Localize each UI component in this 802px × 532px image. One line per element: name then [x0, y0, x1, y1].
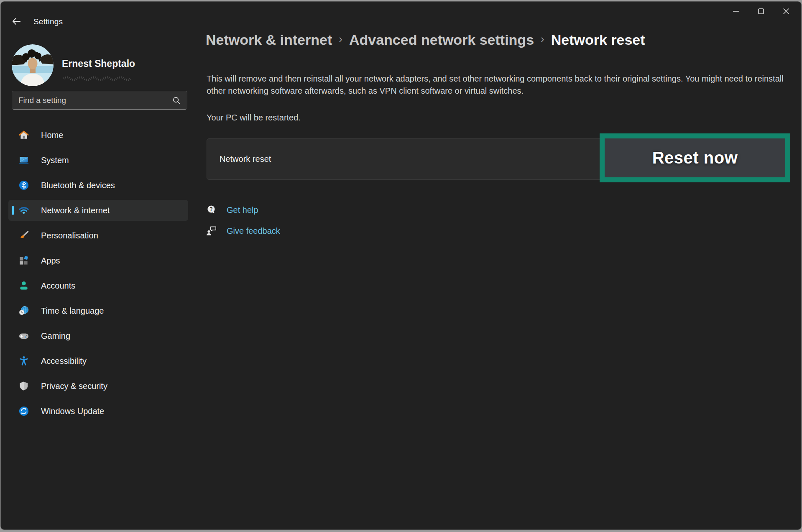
get-help-icon [206, 204, 217, 216]
search-input[interactable] [12, 96, 172, 105]
sidebar-item-label: Bluetooth & devices [41, 181, 115, 190]
sidebar-item-label: Accounts [41, 281, 75, 291]
help-link-label: Give feedback [227, 226, 280, 236]
sidebar-item-personalisation[interactable]: Personalisation [8, 225, 188, 246]
sidebar-nav: Home System Bluetooth & devices Network … [8, 125, 188, 426]
sidebar-item-windows-update[interactable]: Windows Update [8, 401, 188, 422]
minimize-button[interactable] [723, 3, 748, 20]
restart-note: Your PC will be restarted. [207, 113, 301, 123]
breadcrumb: Network & internet›Advanced network sett… [206, 32, 645, 48]
selected-indicator-pill [12, 206, 14, 215]
sidebar-item-privacy-security[interactable]: Privacy & security [8, 376, 188, 396]
system-icon [18, 155, 29, 166]
breadcrumb-item-2[interactable]: Advanced network settings [349, 32, 534, 48]
sidebar-item-label: Apps [41, 256, 60, 266]
profile-email-redacted [63, 75, 138, 82]
page-description: This will remove and then reinstall all … [207, 73, 792, 97]
back-button[interactable] [8, 13, 24, 29]
breadcrumb-separator: › [541, 33, 544, 46]
breadcrumb-item-1[interactable]: Network & internet [206, 32, 332, 48]
sidebar-item-bluetooth-devices[interactable]: Bluetooth & devices [8, 175, 188, 196]
minimize-icon [731, 7, 741, 16]
network-reset-label: Network reset [220, 154, 271, 164]
sidebar-item-system[interactable]: System [8, 150, 188, 171]
network-icon [18, 205, 29, 216]
maximize-button[interactable] [748, 3, 774, 20]
avatar [12, 44, 54, 86]
sidebar-item-label: Gaming [41, 331, 70, 341]
breadcrumb-separator: › [339, 33, 342, 46]
user-profile[interactable]: Ernest Sheptalo [12, 44, 187, 90]
sidebar-item-accounts[interactable]: Accounts [8, 275, 188, 296]
sidebar-item-time-language[interactable]: Time & language [8, 300, 188, 321]
apps-icon [18, 255, 29, 266]
breadcrumb-item-3: Network reset [551, 32, 645, 48]
close-icon [782, 7, 791, 16]
search-icon[interactable] [172, 96, 181, 105]
sidebar-item-label: Network & internet [41, 206, 110, 215]
sidebar-item-label: Windows Update [41, 407, 104, 416]
sidebar-item-label: Privacy & security [41, 381, 107, 391]
give-feedback-link[interactable]: Give feedback [206, 224, 280, 238]
maximize-icon [756, 7, 766, 16]
back-arrow-icon [11, 16, 22, 27]
sidebar-item-accessibility[interactable]: Accessibility [8, 350, 188, 371]
time-language-icon [18, 305, 29, 316]
settings-window: Settings [1, 2, 801, 529]
close-button[interactable] [774, 3, 799, 20]
privacy-icon [18, 381, 29, 391]
sidebar-item-home[interactable]: Home [8, 125, 188, 146]
sidebar-item-label: Personalisation [41, 231, 98, 240]
gaming-icon [18, 330, 29, 341]
windows-update-icon [18, 406, 29, 417]
give-feedback-icon [206, 225, 217, 237]
sidebar-item-label: Accessibility [41, 356, 87, 366]
help-link-label: Get help [227, 205, 258, 215]
personalisation-icon [18, 230, 29, 241]
window-controls [723, 3, 799, 20]
sidebar-item-label: Home [41, 130, 63, 140]
sidebar-item-apps[interactable]: Apps [8, 250, 188, 271]
accounts-icon [18, 280, 29, 291]
search-box [12, 91, 187, 110]
profile-name: Ernest Sheptalo [62, 58, 135, 69]
annotation-highlight-box: Reset now [600, 133, 790, 182]
accessibility-icon [18, 356, 29, 366]
sidebar-item-network-internet[interactable]: Network & internet [8, 200, 188, 221]
help-links: Get help Give feedback [206, 203, 280, 245]
sidebar-item-label: Time & language [41, 306, 104, 316]
get-help-link[interactable]: Get help [206, 203, 280, 217]
home-icon [18, 130, 29, 141]
sidebar-item-label: System [41, 156, 69, 165]
reset-now-button[interactable]: Reset now [605, 138, 785, 177]
bluetooth-icon [18, 180, 29, 191]
sidebar-item-gaming[interactable]: Gaming [8, 325, 188, 346]
app-title: Settings [33, 17, 63, 26]
